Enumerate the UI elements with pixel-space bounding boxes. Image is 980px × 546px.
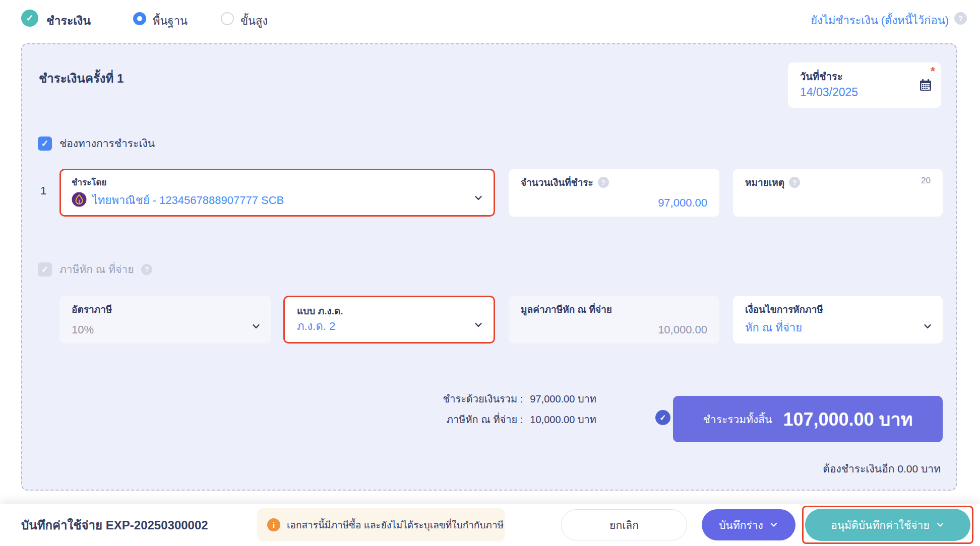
tax-rate-dropdown: อัตราภาษี 10% [59, 296, 271, 344]
payment-date-value[interactable]: 14/03/2025 [800, 86, 858, 99]
tax-rate-label: อัตราภาษี [72, 302, 112, 317]
help-glyph: ? [145, 265, 149, 273]
pnd-form-label: แบบ ภ.ง.ด. [297, 303, 343, 318]
payment-summary: ชำระด้วยเงินรวม : 97,000.00 บาท ภาษีหัก … [443, 391, 596, 428]
check-glyph: ✓ [41, 138, 48, 149]
payment-card: ชำระเงินครั้งที่ 1 วันที่ชำระ * 14 [21, 43, 957, 491]
radio-advanced-label[interactable]: ขั้นสูง [240, 12, 268, 30]
chevron-down-icon[interactable] [473, 320, 483, 330]
tax-invoice-notice-text: เอกสารนี้มีภาษีซื้อ และยังไม่ได้ระบุเลขท… [287, 517, 504, 532]
calendar-icon[interactable] [919, 79, 932, 94]
scb-bank-logo-icon [72, 192, 87, 209]
pay-by-value: ไทยพาณิชย์ - 1234567888907777 SCB [92, 191, 284, 209]
payment-step-check-icon: ✓ [21, 10, 38, 27]
note-help-icon[interactable]: ? [789, 177, 800, 188]
required-asterisk: * [931, 64, 935, 79]
cancel-button-label: ยกเลิก [609, 517, 639, 533]
payment-channel-label: ช่องทางการชำระเงิน [59, 135, 155, 152]
help-glyph: ? [601, 179, 605, 186]
wht-amount-field: มูลค่าภาษีหัก ณ ที่จ่าย 10,000.00 [509, 296, 719, 344]
section-divider [31, 369, 947, 369]
amount-paid-field[interactable]: จำนวนเงินที่ชำระ ? 97,000.00 [509, 169, 719, 217]
wht-condition-dropdown[interactable]: เงื่อนไขการหักภาษี หัก ณ ที่จ่าย [733, 296, 943, 344]
wht-checkbox-row: ✓ ภาษีหัก ณ ที่จ่าย ? [38, 261, 152, 278]
defer-payment-link[interactable]: ยังไม่ชำระเงิน (ตั้งหนี้ไว้ก่อน) [811, 12, 949, 29]
cash-total-label: ชำระด้วยเงินรวม : [443, 391, 523, 407]
payment-channel-checkbox[interactable]: ✓ [38, 136, 52, 151]
grand-total-value: 107,000.00 บาท [783, 405, 912, 434]
wht-label: ภาษีหัก ณ ที่จ่าย [59, 261, 134, 278]
defer-payment-help-icon[interactable]: ? [954, 12, 967, 25]
chevron-down-icon[interactable] [923, 321, 933, 331]
cancel-button[interactable]: ยกเลิก [561, 509, 687, 540]
pay-by-label: ชำระโดย [72, 175, 106, 189]
amount-paid-help-icon[interactable]: ? [598, 177, 609, 188]
grand-total-label: ชำระรวมทั้งสิ้น [703, 411, 772, 428]
chevron-down-icon [251, 321, 261, 331]
wht-condition-label: เงื่อนไขการหักภาษี [745, 302, 823, 317]
save-draft-button[interactable]: บันทึกร่าง [702, 509, 795, 540]
chevron-down-icon [936, 520, 945, 529]
remaining-amount: ต้องชำระเงินอีก 0.00 บาท [823, 460, 941, 477]
document-title: บันทึกค่าใช้จ่าย EXP-20250300002 [21, 504, 208, 546]
row-index: 1 [40, 184, 46, 197]
wht-amount-label: มูลค่าภาษีหัก ณ ที่จ่าย [521, 302, 612, 317]
wht-help-icon[interactable]: ? [141, 264, 152, 275]
cash-total-value: 97,000.00 บาท [530, 391, 596, 407]
help-glyph: ? [792, 179, 797, 186]
pnd-form-value: ภ.ง.ด. 2 [297, 317, 335, 335]
chevron-down-icon[interactable] [473, 193, 483, 203]
wht-total-value: 10,000.00 บาท [530, 412, 596, 428]
pnd-form-dropdown[interactable]: แบบ ภ.ง.ด. ภ.ง.ด. 2 [283, 296, 495, 344]
radio-basic-label[interactable]: พื้นฐาน [153, 12, 188, 30]
check-glyph: ✓ [41, 264, 48, 275]
footer-action-bar: บันทึกค่าใช้จ่าย EXP-20250300002 i เอกสา… [0, 504, 980, 546]
approve-expense-button[interactable]: อนุมัติบันทึกค่าใช้จ่าย [805, 509, 970, 541]
radio-basic[interactable] [133, 12, 146, 25]
chevron-down-icon [769, 520, 778, 529]
total-check-icon: ✓ [655, 410, 670, 425]
note-field[interactable]: หมายเหตุ ? 20 [733, 169, 943, 217]
check-glyph: ✓ [26, 13, 33, 24]
info-icon: i [267, 518, 280, 531]
note-label: หมายเหตุ [745, 175, 784, 190]
check-glyph: ✓ [659, 413, 666, 423]
pay-by-dropdown[interactable]: ชำระโดย ไทยพาณิชย์ - 1234567888907777 SC… [59, 169, 495, 217]
radio-advanced[interactable] [221, 12, 234, 25]
wht-amount-value: 10,000.00 [658, 323, 707, 336]
payment-card-title: ชำระเงินครั้งที่ 1 [39, 69, 124, 88]
payment-section-title: ชำระเงิน [46, 12, 91, 30]
section-divider [31, 243, 947, 243]
payment-date-field[interactable]: วันที่ชำระ * 14/03/2025 [788, 62, 941, 108]
note-char-counter: 20 [921, 176, 931, 186]
wht-total-label: ภาษีหัก ณ ที่จ่าย : [447, 412, 523, 428]
expense-payment-page: ✓ ชำระเงิน พื้นฐาน ขั้นสูง ยังไม่ชำระเงิ… [0, 0, 980, 546]
approve-button-label: อนุมัติบันทึกค่าใช้จ่าย [831, 517, 929, 533]
info-glyph: i [273, 521, 275, 529]
amount-paid-value[interactable]: 97,000.00 [658, 196, 707, 210]
tax-rate-value: 10% [72, 323, 94, 336]
amount-paid-label: จำนวนเงินที่ชำระ [521, 175, 593, 190]
payment-channel-checkbox-row[interactable]: ✓ ช่องทางการชำระเงิน [38, 135, 155, 152]
save-draft-label: บันทึกร่าง [719, 517, 763, 533]
wht-condition-value: หัก ณ ที่จ่าย [745, 319, 802, 336]
wht-checkbox: ✓ [38, 262, 52, 277]
approve-button-highlight: อนุมัติบันทึกค่าใช้จ่าย [802, 506, 973, 544]
help-glyph: ? [958, 15, 963, 23]
grand-total-banner: ชำระรวมทั้งสิ้น 107,000.00 บาท [673, 396, 943, 442]
payment-date-label: วันที่ชำระ [800, 69, 842, 85]
tax-invoice-notice: i เอกสารนี้มีภาษีซื้อ และยังไม่ได้ระบุเล… [257, 508, 505, 541]
